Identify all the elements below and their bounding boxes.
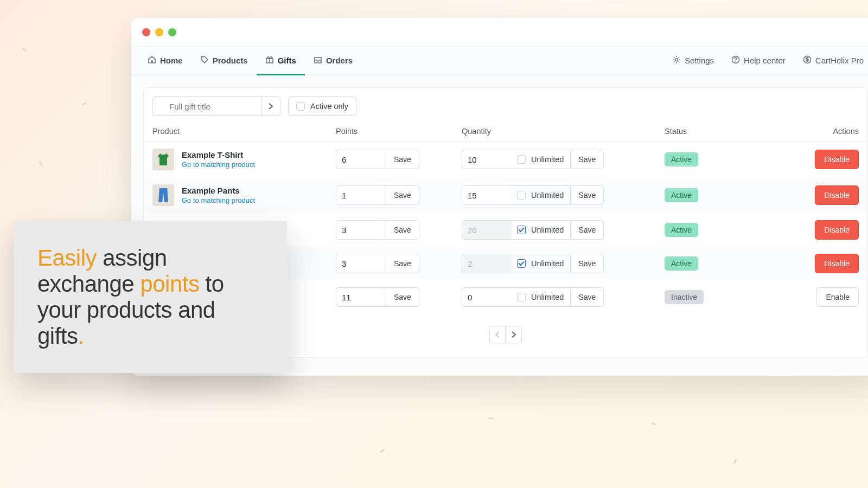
quantity-save-button[interactable]: Save xyxy=(570,185,604,205)
nav-right: SettingsHelp centerCartHelix Pro xyxy=(663,47,868,75)
disable-button[interactable]: Disable xyxy=(815,220,859,240)
nav-orders[interactable]: Orders xyxy=(305,47,361,75)
dollar-icon xyxy=(803,55,812,66)
unlimited-toggle[interactable]: Unlimited xyxy=(512,220,570,240)
window-minimize[interactable] xyxy=(155,28,163,36)
table-row: Example T-ShirtGo to matching productSav… xyxy=(144,142,867,177)
nav-products[interactable]: Products xyxy=(192,47,257,75)
points-save-button[interactable]: Save xyxy=(386,287,419,307)
nav-left: HomeProductsGiftsOrders xyxy=(139,47,361,75)
unlimited-toggle[interactable]: Unlimited xyxy=(512,254,570,273)
search-group xyxy=(152,97,280,116)
nav-help-center[interactable]: Help center xyxy=(723,47,794,75)
disable-button[interactable]: Disable xyxy=(815,254,859,273)
points-save-button[interactable]: Save xyxy=(386,220,419,240)
quantity-input[interactable] xyxy=(462,185,512,205)
product-thumb xyxy=(152,184,174,206)
callout-text: Easily assign exchange points to your pr… xyxy=(37,245,265,349)
gear-icon xyxy=(672,55,681,66)
points-input[interactable] xyxy=(336,254,386,273)
unlimited-label: Unlimited xyxy=(531,191,564,200)
product-title: Example T-Shirt xyxy=(182,150,255,159)
table-header: Product Points Quantity Status Actions xyxy=(144,124,867,142)
nav-home[interactable]: Home xyxy=(139,47,192,75)
status-badge: Active xyxy=(665,188,698,202)
nav-gifts-label: Gifts xyxy=(278,56,296,65)
col-header-product: Product xyxy=(152,127,336,136)
svg-point-4 xyxy=(675,58,678,61)
quantity-save-button[interactable]: Save xyxy=(570,220,604,240)
chevron-left-icon xyxy=(495,331,500,338)
col-header-actions: Actions xyxy=(745,127,859,136)
nav-help-center-label: Help center xyxy=(744,56,786,65)
go-to-product-link[interactable]: Go to matching product xyxy=(182,160,255,169)
nav-settings-label: Settings xyxy=(685,56,714,65)
unlimited-toggle[interactable]: Unlimited xyxy=(512,185,570,205)
window-close[interactable] xyxy=(142,28,150,36)
points-save-button[interactable]: Save xyxy=(386,185,419,205)
product-title: Example Pants xyxy=(182,186,255,195)
checkbox-icon xyxy=(517,226,526,234)
points-input[interactable] xyxy=(336,185,386,205)
nav-gifts[interactable]: Gifts xyxy=(257,47,305,75)
product-cell: Example PantsGo to matching product xyxy=(152,184,336,206)
status-badge: Active xyxy=(665,256,698,271)
unlimited-label: Unlimited xyxy=(531,259,564,268)
nav-orders-label: Orders xyxy=(326,56,353,65)
table-row: Example PantsGo to matching productSaveU… xyxy=(144,177,867,213)
nav-home-label: Home xyxy=(160,56,183,65)
status-badge: Active xyxy=(665,223,698,237)
nav-products-label: Products xyxy=(213,56,248,65)
chevron-right-icon xyxy=(511,331,516,338)
product-cell: Example T-ShirtGo to matching product xyxy=(152,149,336,170)
points-save-button[interactable]: Save xyxy=(386,150,419,169)
checkbox-icon xyxy=(517,155,526,164)
points-save-button[interactable]: Save xyxy=(386,254,419,273)
help-icon xyxy=(731,55,740,66)
home-icon xyxy=(148,55,156,66)
quantity-input[interactable] xyxy=(462,254,512,273)
quantity-save-button[interactable]: Save xyxy=(570,150,604,169)
disable-button[interactable]: Disable xyxy=(815,185,859,205)
quantity-save-button[interactable]: Save xyxy=(570,254,604,273)
active-only-label: Active only xyxy=(310,102,348,111)
nav-upgrade[interactable]: CartHelix Pro xyxy=(794,47,868,75)
chevron-right-icon xyxy=(268,102,273,110)
svg-point-0 xyxy=(202,57,203,59)
quantity-save-button[interactable]: Save xyxy=(570,287,604,307)
tag-icon xyxy=(200,55,209,66)
nav-upgrade-label: CartHelix Pro xyxy=(815,56,864,65)
enable-button[interactable]: Enable xyxy=(816,287,859,307)
navbar: HomeProductsGiftsOrders SettingsHelp cen… xyxy=(131,46,868,75)
points-input[interactable] xyxy=(336,287,386,307)
points-input[interactable] xyxy=(336,150,386,169)
checkbox-icon xyxy=(296,102,305,111)
unlimited-toggle[interactable]: Unlimited xyxy=(512,150,570,169)
disable-button[interactable]: Disable xyxy=(815,150,859,169)
status-badge: Inactive xyxy=(665,290,704,304)
svg-point-6 xyxy=(735,61,736,62)
unlimited-label: Unlimited xyxy=(531,293,564,301)
filters-bar: Active only xyxy=(144,97,867,124)
page-next[interactable] xyxy=(506,326,522,343)
search-input[interactable] xyxy=(152,97,261,116)
col-header-status: Status xyxy=(665,127,745,136)
gift-icon xyxy=(265,55,274,66)
checkbox-icon xyxy=(517,259,526,268)
marketing-callout: Easily assign exchange points to your pr… xyxy=(14,221,287,373)
window-zoom[interactable] xyxy=(168,28,176,36)
points-input[interactable] xyxy=(336,220,386,240)
active-only-toggle[interactable]: Active only xyxy=(288,97,356,116)
titlebar xyxy=(131,18,868,46)
go-to-product-link[interactable]: Go to matching product xyxy=(182,196,255,204)
unlimited-label: Unlimited xyxy=(531,155,564,164)
quantity-input[interactable] xyxy=(462,150,512,169)
unlimited-toggle[interactable]: Unlimited xyxy=(512,287,570,307)
quantity-input[interactable] xyxy=(462,287,512,307)
nav-settings[interactable]: Settings xyxy=(663,47,723,75)
search-submit[interactable] xyxy=(261,97,280,116)
col-header-quantity: Quantity xyxy=(462,127,665,136)
quantity-input[interactable] xyxy=(462,220,512,240)
product-thumb xyxy=(152,149,174,170)
page-prev[interactable] xyxy=(489,326,506,343)
